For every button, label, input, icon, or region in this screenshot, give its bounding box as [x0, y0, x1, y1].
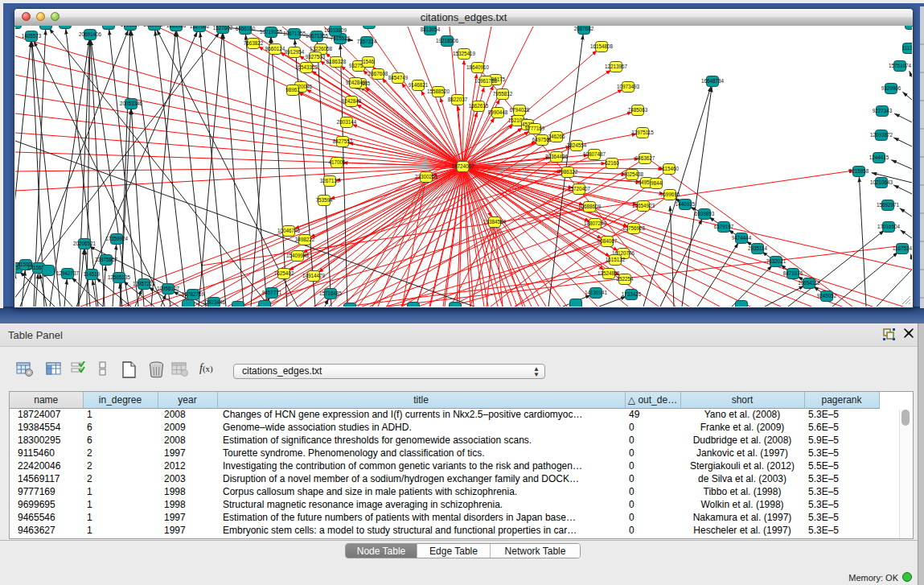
svg-text:12505135: 12505135 [108, 274, 131, 280]
svg-text:1362615: 1362615 [469, 103, 489, 109]
svg-text:1065327: 1065327 [121, 26, 141, 27]
svg-text:16782759: 16782759 [182, 291, 205, 297]
svg-text:16154808: 16154808 [590, 43, 614, 49]
svg-text:746266: 746266 [548, 134, 565, 139]
svg-text:6794028: 6794028 [510, 107, 530, 113]
svg-text:98961: 98961 [285, 87, 300, 93]
svg-text:7986322: 7986322 [558, 169, 578, 175]
svg-text:7485063: 7485063 [628, 107, 648, 113]
svg-text:9242848: 9242848 [342, 98, 362, 104]
svg-text:6939893: 6939893 [695, 211, 715, 216]
svg-text:417006: 417006 [328, 159, 346, 165]
svg-text:12975115: 12975115 [631, 130, 654, 135]
svg-text:9242849: 9242849 [346, 80, 366, 85]
svg-text:1546: 1546 [363, 59, 375, 64]
svg-text:12213967: 12213967 [605, 64, 628, 69]
svg-text:1065328: 1065328 [166, 26, 187, 28]
svg-text:8813054: 8813054 [421, 27, 441, 32]
svg-text:2803144: 2803144 [337, 119, 357, 125]
svg-text:3824554: 3824554 [567, 142, 587, 148]
svg-text:15720407: 15720407 [568, 186, 591, 192]
svg-text:1244415: 1244415 [869, 154, 889, 160]
svg-text:18640910: 18640910 [466, 64, 490, 70]
svg-text:8427552: 8427552 [333, 138, 353, 144]
svg-text:18724007: 18724007 [451, 163, 474, 169]
svg-text:18807249: 18807249 [584, 220, 607, 226]
svg-text:7663822: 7663822 [244, 40, 264, 46]
svg-text:10025438: 10025438 [621, 171, 644, 177]
svg-text:10807487: 10807487 [583, 151, 606, 157]
svg-text:9463627: 9463627 [635, 155, 655, 161]
svg-text:1733426: 1733426 [622, 291, 642, 297]
svg-text:19654923: 19654923 [632, 203, 655, 208]
svg-text:12093872: 12093872 [870, 132, 893, 138]
svg-text:9115460: 9115460 [659, 166, 680, 171]
svg-text:9084067: 9084067 [598, 238, 618, 244]
svg-text:9699695: 9699695 [660, 192, 680, 197]
svg-text:1167534: 1167534 [893, 245, 912, 251]
svg-text:753594: 753594 [315, 197, 333, 203]
svg-text:9245052: 9245052 [817, 293, 837, 299]
svg-text:15716485: 15716485 [319, 290, 343, 296]
svg-text:9329906: 9329906 [881, 85, 901, 91]
svg-text:10756928: 10756928 [622, 225, 646, 231]
svg-text:10719155: 10719155 [260, 29, 283, 35]
svg-text:7632021: 7632021 [766, 258, 786, 264]
svg-text:6466160: 6466160 [236, 26, 256, 31]
svg-text:9457771: 9457771 [262, 290, 282, 295]
svg-text:3267130: 3267130 [320, 178, 340, 183]
svg-text:20364436: 20364436 [545, 154, 569, 159]
svg-text:15325419: 15325419 [453, 51, 476, 56]
svg-text:9777169: 9777169 [525, 126, 545, 131]
svg-text:10671355: 10671355 [306, 33, 329, 39]
svg-text:14914479: 14914479 [302, 273, 326, 278]
svg-text:16648784: 16648784 [701, 78, 725, 84]
svg-text:1615132: 1615132 [606, 257, 626, 262]
svg-text:10961768: 10961768 [474, 78, 498, 84]
svg-text:9227343: 9227343 [873, 108, 893, 113]
svg-text:8660124: 8660124 [265, 46, 285, 51]
svg-text:3498222: 3498222 [295, 237, 315, 242]
svg-text:12923446: 12923446 [203, 299, 226, 305]
svg-text:10958107: 10958107 [157, 286, 180, 291]
svg-text:252254: 252254 [616, 276, 634, 282]
svg-text:16543362: 16543362 [295, 64, 318, 70]
svg-text:8186328: 8186328 [326, 59, 347, 64]
svg-text:15588520: 15588520 [427, 89, 450, 94]
svg-text:19384554: 19384554 [483, 219, 507, 225]
svg-text:1527602: 1527602 [213, 26, 233, 31]
svg-text:16033809: 16033809 [324, 27, 347, 33]
svg-text:17016504: 17016504 [877, 224, 901, 229]
svg-text:1527602: 1527602 [190, 26, 210, 29]
svg-text:7357224: 7357224 [357, 39, 377, 44]
svg-text:13226058: 13226058 [310, 46, 333, 51]
svg-text:15751074: 15751074 [889, 63, 912, 68]
svg-text:8215958: 8215958 [849, 168, 869, 174]
svg-text:8990448: 8990448 [488, 109, 508, 115]
svg-text:6379197: 6379197 [714, 224, 734, 229]
svg-text:17359924: 17359924 [105, 236, 129, 241]
svg-text:9136512: 9136512 [99, 26, 119, 27]
svg-text:1440935: 1440935 [676, 201, 696, 207]
svg-text:13524851: 13524851 [598, 270, 621, 276]
svg-text:7515526: 7515526 [331, 35, 351, 41]
svg-text:15409948: 15409948 [286, 253, 310, 258]
svg-text:9146821: 9146821 [409, 82, 429, 88]
svg-text:8822037: 8822037 [448, 97, 468, 102]
svg-text:114519: 114519 [84, 271, 101, 277]
svg-text:10688609: 10688609 [578, 204, 602, 209]
svg-text:10210643: 10210643 [870, 179, 893, 185]
svg-text:1405573: 1405573 [22, 33, 42, 39]
svg-text:62160: 62160 [605, 160, 619, 166]
svg-text:33975867: 33975867 [95, 257, 118, 262]
svg-text:10671355: 10671355 [283, 31, 306, 36]
svg-text:8471076: 8471076 [783, 270, 803, 276]
svg-text:20691406: 20691406 [79, 31, 102, 37]
svg-text:2935114: 2935114 [748, 245, 768, 251]
svg-text:7625402: 7625402 [274, 270, 294, 276]
svg-text:12942737: 12942737 [56, 270, 80, 276]
svg-text:9474444: 9474444 [732, 235, 752, 241]
svg-text:17957223: 17957223 [133, 281, 156, 286]
svg-text:11123: 11123 [902, 45, 912, 51]
svg-text:2069141: 2069141 [36, 26, 56, 27]
